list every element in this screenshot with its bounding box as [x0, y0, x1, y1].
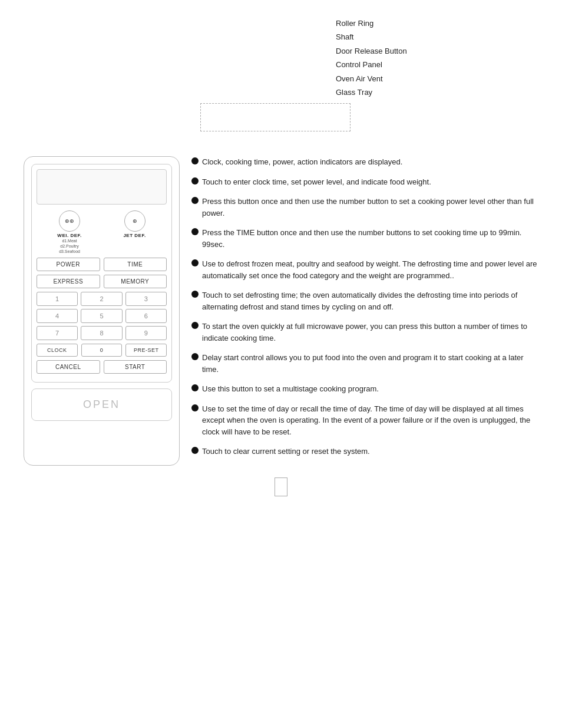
desc-item-7: To start the oven quickly at full microw… — [191, 321, 538, 344]
desc-item-8: Delay start control allows you to put fo… — [191, 352, 538, 375]
bullet-10 — [191, 404, 199, 411]
desc-text-2: Touch to enter clock time, set power lev… — [202, 176, 431, 188]
parts-list-item: Roller Ring — [336, 17, 407, 30]
bullet-9 — [191, 384, 199, 391]
desc-item-10: Use to set the time of day or recall the… — [191, 403, 538, 438]
wei-def-icon: ⊛⊛ — [59, 210, 80, 232]
jet-def-icon: ⊛ — [124, 210, 146, 232]
num-7[interactable]: 7 — [37, 326, 78, 340]
parts-list-item: Control Panel — [336, 58, 407, 71]
memory-button[interactable]: MEMORY — [104, 275, 167, 288]
power-time-row: POWER TIME — [37, 258, 167, 271]
num-2[interactable]: 2 — [81, 292, 122, 306]
desc-text-4: Press the TIME button once and then use … — [202, 227, 538, 250]
open-section: OPEN — [31, 388, 172, 421]
parts-list-item: Door Release Button — [336, 44, 407, 58]
bullet-8 — [191, 353, 199, 360]
num-1[interactable]: 1 — [37, 292, 78, 306]
num-3[interactable]: 3 — [125, 292, 167, 306]
parts-list-item: Oven Air Vent — [336, 72, 407, 85]
bullet-5 — [191, 259, 199, 266]
bullet-2 — [191, 177, 199, 185]
cancel-button[interactable]: CANCEL — [37, 360, 100, 374]
jet-def-item: ⊛ JET DEF. — [123, 210, 146, 238]
wei-def-sub: d1.Meatd2.Poultryd3.Seafood — [57, 238, 81, 254]
power-button[interactable]: POWER — [37, 258, 100, 271]
bullet-6 — [191, 291, 199, 298]
bullet-11 — [191, 447, 199, 454]
num-0[interactable]: 0 — [81, 344, 123, 357]
numpad: 1 2 3 4 5 6 7 8 9 — [37, 292, 167, 340]
desc-item-6: Touch to set defrosting time; the oven a… — [191, 289, 538, 312]
dashed-box — [200, 103, 351, 131]
display-screen — [37, 169, 167, 205]
desc-text-7: To start the oven quickly at full microw… — [202, 321, 538, 344]
desc-item-1: Clock, cooking time, power, action indic… — [191, 156, 538, 168]
panel-top: ⊛⊛ WEI. DEF. d1.Meatd2.Poultryd3.Seafood… — [31, 164, 172, 383]
bullet-1 — [191, 157, 199, 164]
desc-text-10: Use to set the time of day or recall the… — [202, 403, 538, 438]
cancel-start-row: CANCEL START — [37, 360, 167, 374]
desc-text-9: Use this button to set a multistage cook… — [202, 383, 379, 395]
bullet-3 — [191, 197, 199, 204]
desc-item-11: Touch to clear current setting or reset … — [191, 446, 538, 457]
wei-def-item: ⊛⊛ WEI. DEF. d1.Meatd2.Poultryd3.Seafood — [57, 210, 81, 254]
express-button[interactable]: EXPRESS — [37, 275, 100, 288]
open-label: OPEN — [41, 398, 162, 411]
num-8[interactable]: 8 — [81, 326, 122, 340]
desc-text-1: Clock, cooking time, power, action indic… — [202, 156, 402, 168]
defrost-row: ⊛⊛ WEI. DEF. d1.Meatd2.Poultryd3.Seafood… — [37, 210, 167, 254]
desc-item-3: Press this button once and then use the … — [191, 196, 538, 219]
desc-text-3: Press this button once and then use the … — [202, 196, 538, 219]
descriptions-panel: Clock, cooking time, power, action indic… — [191, 156, 538, 466]
time-button[interactable]: TIME — [104, 258, 167, 271]
desc-item-2: Touch to enter clock time, set power lev… — [191, 176, 538, 188]
parts-list: Roller RingShaftDoor Release ButtonContr… — [336, 17, 407, 99]
microwave-panel: ⊛⊛ WEI. DEF. d1.Meatd2.Poultryd3.Seafood… — [24, 156, 180, 466]
express-memory-row: EXPRESS MEMORY — [37, 275, 167, 288]
desc-text-8: Delay start control allows you to put fo… — [202, 352, 538, 375]
desc-text-11: Touch to clear current setting or reset … — [202, 446, 370, 457]
desc-item-9: Use this button to set a multistage cook… — [191, 383, 538, 395]
desc-text-5: Use to defrost frozen meat, poultry and … — [202, 258, 538, 281]
bullet-7 — [191, 322, 199, 329]
clock-button[interactable]: CLOCK — [37, 344, 78, 357]
desc-text-6: Touch to set defrosting time; the oven a… — [202, 289, 538, 312]
bullet-4 — [191, 228, 199, 235]
num-9[interactable]: 9 — [125, 326, 167, 340]
num-6[interactable]: 6 — [125, 309, 167, 323]
num-5[interactable]: 5 — [81, 309, 122, 323]
clock-zero-preset-row: CLOCK 0 PRE-SET — [37, 344, 167, 357]
parts-list-item: Shaft — [336, 30, 407, 44]
desc-item-5: Use to defrost frozen meat, poultry and … — [191, 258, 538, 281]
start-button[interactable]: START — [104, 360, 167, 374]
desc-item-4: Press the TIME button once and then use … — [191, 227, 538, 250]
jet-def-label: JET DEF. — [123, 233, 146, 238]
num-4[interactable]: 4 — [37, 309, 78, 323]
wei-def-label: WEI. DEF. — [57, 233, 81, 238]
parts-list-item: Glass Tray — [336, 85, 407, 99]
bottom-indicator-box — [275, 477, 287, 496]
preset-button[interactable]: PRE-SET — [125, 344, 167, 357]
